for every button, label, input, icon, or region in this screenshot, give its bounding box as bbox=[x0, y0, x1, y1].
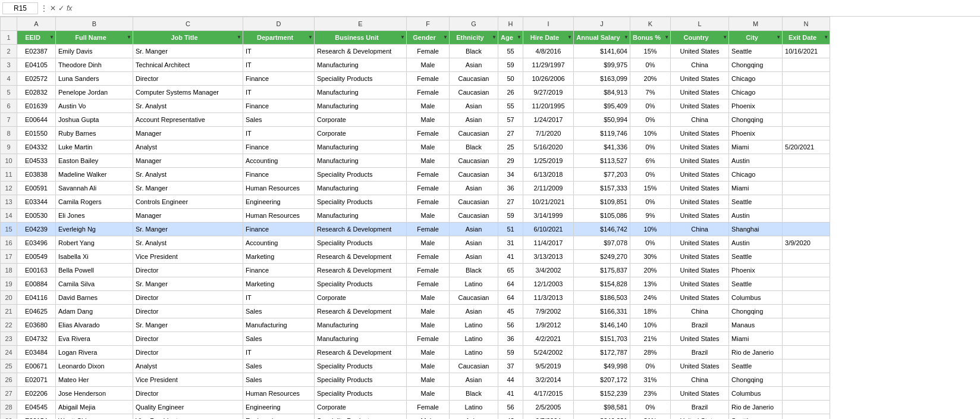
cell-salary[interactable]: $249,270 bbox=[574, 250, 630, 264]
cell-bonus[interactable]: 0% bbox=[630, 99, 671, 113]
cell-hiredate[interactable]: 11/4/2017 bbox=[523, 236, 574, 250]
cell-country[interactable]: China bbox=[671, 223, 729, 236]
cell-hiredate[interactable]: 4/17/2015 bbox=[523, 387, 574, 401]
cell-eeid[interactable]: E00671 bbox=[17, 359, 56, 373]
cell-jobtitle[interactable]: Director bbox=[133, 346, 243, 359]
cell-gender[interactable]: Male bbox=[407, 154, 450, 168]
cell-salary[interactable]: $113,527 bbox=[574, 154, 630, 168]
cell-businessunit[interactable]: Manufacturing bbox=[315, 318, 407, 332]
col-letter-B[interactable]: B bbox=[56, 17, 133, 31]
cell-gender[interactable]: Male bbox=[407, 359, 450, 373]
cell-ethnicity[interactable]: Asian bbox=[450, 373, 498, 387]
table-row[interactable]: 5E02832Penelope JordanComputer Systems M… bbox=[1, 86, 830, 99]
cell-country[interactable]: China bbox=[671, 58, 729, 72]
cell-salary[interactable]: $119,746 bbox=[574, 127, 630, 140]
cell-exitdate[interactable] bbox=[783, 277, 830, 291]
cell-ethnicity[interactable]: Caucasian bbox=[450, 168, 498, 182]
cell-city[interactable]: Chongqing bbox=[729, 113, 783, 127]
cell-ethnicity[interactable]: Black bbox=[450, 387, 498, 401]
cell-salary[interactable]: $99,975 bbox=[574, 58, 630, 72]
cell-age[interactable]: 56 bbox=[498, 401, 523, 414]
cell-ethnicity[interactable]: Caucasian bbox=[450, 72, 498, 86]
cell-city[interactable]: Chongqing bbox=[729, 58, 783, 72]
cell-hiredate[interactable]: 11/20/1995 bbox=[523, 99, 574, 113]
cell-bonus[interactable]: 28% bbox=[630, 346, 671, 359]
cell-bonus[interactable]: 0% bbox=[630, 359, 671, 373]
cell-city[interactable]: Seattle bbox=[729, 277, 783, 291]
cell-eeid[interactable]: E02071 bbox=[17, 373, 56, 387]
cell-eeid[interactable]: E04332 bbox=[17, 140, 56, 154]
cell-jobtitle[interactable]: Vice President bbox=[133, 373, 243, 387]
cell-age[interactable]: 59 bbox=[498, 346, 523, 359]
cell-ethnicity[interactable]: Black bbox=[450, 264, 498, 277]
cell-salary[interactable]: $95,409 bbox=[574, 99, 630, 113]
cell-country[interactable]: United States bbox=[671, 291, 729, 305]
cell-hiredate[interactable]: 6/7/2004 bbox=[523, 414, 574, 420]
cell-age[interactable]: 57 bbox=[498, 113, 523, 127]
cell-ethnicity[interactable]: Latino bbox=[450, 332, 498, 346]
cell-exitdate[interactable] bbox=[783, 99, 830, 113]
cell-salary[interactable]: $84,913 bbox=[574, 86, 630, 99]
cell-bonus[interactable]: 23% bbox=[630, 387, 671, 401]
cell-exitdate[interactable] bbox=[783, 195, 830, 209]
cell-businessunit[interactable]: Speciality Products bbox=[315, 359, 407, 373]
cell-age[interactable]: 45 bbox=[498, 305, 523, 318]
col-letter-L[interactable]: L bbox=[671, 17, 729, 31]
cell-salary[interactable]: $186,503 bbox=[574, 291, 630, 305]
cell-country[interactable]: Brazil bbox=[671, 346, 729, 359]
table-row[interactable]: 11E03838Madeline WalkerSr. AnalystFinanc… bbox=[1, 168, 830, 182]
cell-department[interactable]: Sales bbox=[243, 305, 315, 318]
cell-bonus[interactable]: 0% bbox=[630, 58, 671, 72]
cell-salary[interactable]: $157,333 bbox=[574, 182, 630, 195]
cell-salary[interactable]: $172,787 bbox=[574, 346, 630, 359]
cell-gender[interactable]: Male bbox=[407, 414, 450, 420]
cell-ethnicity[interactable]: Latino bbox=[450, 318, 498, 332]
cell-eeid[interactable]: E04239 bbox=[17, 223, 56, 236]
cell-hiredate[interactable]: 2/11/2009 bbox=[523, 182, 574, 195]
cell-ethnicity[interactable]: Asian bbox=[450, 236, 498, 250]
cell-bonus[interactable]: 10% bbox=[630, 223, 671, 236]
cell-eeid[interactable]: E03344 bbox=[17, 195, 56, 209]
cell-city[interactable]: Austin bbox=[729, 154, 783, 168]
cell-bonus[interactable]: 31% bbox=[630, 414, 671, 420]
cell-fullname[interactable]: Camila Rogers bbox=[56, 195, 133, 209]
cell-fullname[interactable]: Adam Dang bbox=[56, 305, 133, 318]
cell-country[interactable]: United States bbox=[671, 387, 729, 401]
cell-businessunit[interactable]: Corporate bbox=[315, 401, 407, 414]
cell-age[interactable]: 41 bbox=[498, 250, 523, 264]
cell-fullname[interactable]: Camila Silva bbox=[56, 277, 133, 291]
cell-city[interactable]: Seattle bbox=[729, 45, 783, 58]
header-city[interactable]: City ▼ bbox=[729, 31, 783, 45]
cell-gender[interactable]: Male bbox=[407, 99, 450, 113]
cell-country[interactable]: United States bbox=[671, 168, 729, 182]
cell-businessunit[interactable]: Speciality Products bbox=[315, 373, 407, 387]
cell-country[interactable]: United States bbox=[671, 195, 729, 209]
cell-country[interactable]: United States bbox=[671, 99, 729, 113]
cell-country[interactable]: United States bbox=[671, 127, 729, 140]
cell-fullname[interactable]: Leonardo Dixon bbox=[56, 359, 133, 373]
cell-ethnicity[interactable]: Caucasian bbox=[450, 209, 498, 223]
cell-department[interactable]: IT bbox=[243, 58, 315, 72]
cell-fullname[interactable]: Penelope Jordan bbox=[56, 86, 133, 99]
cell-jobtitle[interactable]: Analyst bbox=[133, 359, 243, 373]
cell-salary[interactable]: $151,703 bbox=[574, 332, 630, 346]
cell-hiredate[interactable]: 11/29/1997 bbox=[523, 58, 574, 72]
cell-fullname[interactable]: Austin Vo bbox=[56, 99, 133, 113]
cell-eeid[interactable]: E00644 bbox=[17, 113, 56, 127]
col-letter-C[interactable]: C bbox=[133, 17, 243, 31]
cell-city[interactable]: Rio de Janerio bbox=[729, 346, 783, 359]
cell-fullname[interactable]: Ruby Barnes bbox=[56, 127, 133, 140]
cell-country[interactable]: United States bbox=[671, 236, 729, 250]
cell-department[interactable]: IT bbox=[243, 45, 315, 58]
header-country[interactable]: Country ▼ bbox=[671, 31, 729, 45]
cell-exitdate[interactable] bbox=[783, 250, 830, 264]
cell-businessunit[interactable]: Speciality Products bbox=[315, 236, 407, 250]
cell-city[interactable]: Chicago bbox=[729, 168, 783, 182]
cell-exitdate[interactable]: 3/9/2020 bbox=[783, 236, 830, 250]
cell-bonus[interactable]: 30% bbox=[630, 250, 671, 264]
cell-gender[interactable]: Female bbox=[407, 127, 450, 140]
cell-fullname[interactable]: Luke Martin bbox=[56, 140, 133, 154]
table-row[interactable]: 28E04545Abigail MejiaQuality EngineerEng… bbox=[1, 401, 830, 414]
header-age[interactable]: Age ▼ bbox=[498, 31, 523, 45]
cell-salary[interactable]: $246,231 bbox=[574, 414, 630, 420]
